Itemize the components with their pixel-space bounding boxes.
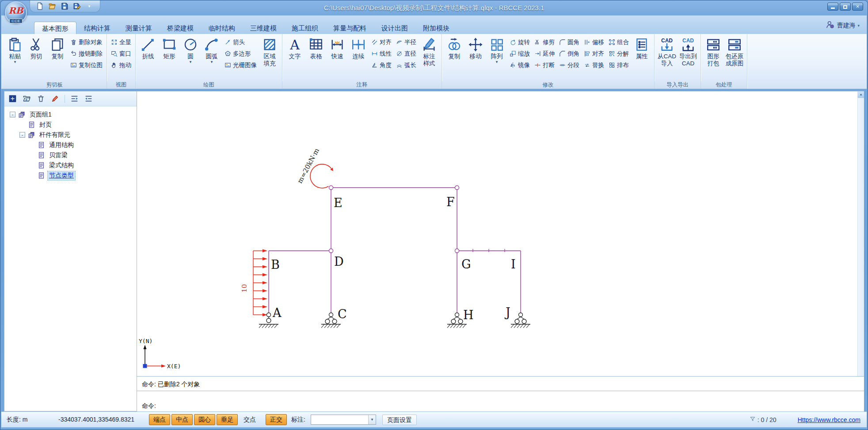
user-account[interactable]: 曹建海 ▾ xyxy=(826,20,860,30)
radius-dim-button[interactable]: 半径 xyxy=(395,37,418,48)
rename-page-button[interactable] xyxy=(50,94,60,103)
import-from-cad-button[interactable]: CAD 从CAD 导入 xyxy=(656,35,678,67)
tree-item-4[interactable]: 通用结构 xyxy=(5,140,136,150)
website-link[interactable]: Https://www.rbcce.com xyxy=(798,416,860,423)
tree-expander-icon[interactable]: - xyxy=(19,132,25,138)
tree-item-5[interactable]: 贝雷梁 xyxy=(5,150,136,160)
circle-button[interactable]: 圆▾ xyxy=(180,35,201,64)
snap-toggle-交点[interactable]: 交点 xyxy=(239,414,260,425)
circle-button-chevron-down-icon[interactable]: ▾ xyxy=(190,60,192,64)
chamfer-button[interactable]: 倒角 xyxy=(558,48,581,59)
window-zoom-button[interactable]: 窗口 xyxy=(110,48,133,59)
array-button[interactable]: 阵列▾ xyxy=(486,35,507,64)
align-dim-button[interactable]: 对齐 xyxy=(370,37,393,48)
tree-item-6[interactable]: 梁式结构 xyxy=(5,160,136,170)
rotate-button[interactable]: 旋转 xyxy=(508,37,531,48)
continuous-dim-button[interactable]: 连续 xyxy=(348,35,369,60)
snap-toggle-圆心[interactable]: 圆心 xyxy=(194,414,215,425)
dim-style-button[interactable]: 标注 样式 xyxy=(419,35,440,67)
arc-button[interactable]: 圆弧▾ xyxy=(201,35,222,64)
align-button[interactable]: 对齐 xyxy=(582,48,605,59)
unpack-restore-button[interactable]: 包还原 成原图 xyxy=(724,35,745,67)
offset-button[interactable]: 偏移 xyxy=(582,37,605,48)
delete-page-button[interactable] xyxy=(36,94,46,103)
scrollbar-up-button[interactable]: ▴ xyxy=(858,91,864,98)
fit-all-button[interactable]: 全显 xyxy=(110,37,133,48)
linear-dim-button[interactable]: 线性 xyxy=(370,48,393,59)
snap-toggle-中点[interactable]: 中点 xyxy=(171,414,193,425)
collapse-all-button[interactable] xyxy=(84,94,93,103)
tab-construction-org[interactable]: 施工组织 xyxy=(284,22,326,34)
replace-button[interactable]: 替换 xyxy=(582,60,605,71)
extend-button[interactable]: 延伸 xyxy=(533,48,556,59)
polygon-button[interactable]: 多边形 xyxy=(223,48,258,59)
tab-bridge-modeling[interactable]: 桥梁建模 xyxy=(160,22,201,34)
tree-item-3[interactable]: -杆件有限元 xyxy=(5,130,136,140)
tab-survey-calc[interactable]: 测量计算 xyxy=(118,22,160,34)
arc-length-dim-button[interactable]: 弧长 xyxy=(395,60,418,71)
tab-basic-graphics[interactable]: 基本图形 xyxy=(34,22,76,34)
save-button[interactable] xyxy=(60,2,69,11)
angle-dim-button[interactable]: 角度 xyxy=(370,60,393,71)
combo-chevron-down-icon[interactable]: ▼ xyxy=(368,415,376,424)
save-as-button[interactable] xyxy=(72,2,81,11)
paste-button[interactable]: 粘贴▾ xyxy=(4,35,26,64)
paste-button-chevron-down-icon[interactable]: ▾ xyxy=(14,60,16,64)
new-file-button[interactable] xyxy=(35,2,44,11)
quick-dim-button[interactable]: 快速 xyxy=(327,35,348,60)
arrange-button[interactable]: 排布 xyxy=(607,60,630,71)
copy-bitmap-button[interactable]: 复制位图 xyxy=(69,60,104,71)
tab-structure-calc[interactable]: 结构计算 xyxy=(76,22,118,34)
trim-button[interactable]: 修剪 xyxy=(533,37,556,48)
qat-more-button[interactable]: ▾ xyxy=(85,2,94,11)
tab-addon-modules[interactable]: 附加模块 xyxy=(415,22,457,34)
tree-item-1[interactable]: -页面组1 xyxy=(5,109,136,120)
drawing-canvas[interactable]: 10m=20kN·mABCDEFGHIJY(N)X(E) ▴ xyxy=(137,91,864,376)
undo-delete-button[interactable]: 撤销删除 xyxy=(69,48,104,59)
page-setup-button[interactable]: 页面设置 xyxy=(382,415,417,425)
table-button[interactable]: 表格 xyxy=(305,35,327,60)
arc-button-chevron-down-icon[interactable]: ▾ xyxy=(211,60,213,64)
expand-all-button[interactable] xyxy=(70,94,79,103)
arrow-button[interactable]: 箭头 xyxy=(223,37,258,48)
canvas-scrollbar[interactable]: ▴ xyxy=(857,91,864,376)
explode-button[interactable]: 分解 xyxy=(607,48,630,59)
tree-expander-icon[interactable]: - xyxy=(10,112,15,117)
break-button[interactable]: 打断 xyxy=(533,60,556,71)
copy-button[interactable]: 复制 xyxy=(47,35,68,60)
pack-graphics-button[interactable]: 图形 打包 xyxy=(703,35,724,67)
rectangle-button[interactable]: 矩形 xyxy=(159,35,180,60)
tree-item-2[interactable]: 封页 xyxy=(5,120,136,130)
dim-style-combobox[interactable]: ▼ xyxy=(311,415,376,425)
cut-button[interactable]: 剪切 xyxy=(26,35,47,60)
diameter-dim-button[interactable]: 直径 xyxy=(395,48,418,59)
export-to-cad-button[interactable]: CAD 导出到 CAD xyxy=(678,35,699,67)
tab-temp-structure[interactable]: 临时结构 xyxy=(201,22,243,34)
polyline-button[interactable]: 折线 xyxy=(137,35,159,60)
snap-toggle-垂足[interactable]: 垂足 xyxy=(217,414,238,425)
text-button[interactable]: A 文字 xyxy=(284,35,305,60)
region-fill-button[interactable]: 区域 填充 xyxy=(259,35,280,67)
delete-object-button[interactable]: 删除对象 xyxy=(69,37,104,48)
snap-toggle-端点[interactable]: 端点 xyxy=(149,414,170,425)
app-logo[interactable]: RB CCE xyxy=(5,1,27,23)
properties-button[interactable]: 属性 xyxy=(631,35,652,60)
minimize-button[interactable] xyxy=(827,3,838,11)
command-input-line[interactable]: 命令: xyxy=(137,391,864,411)
raster-image-button[interactable]: 光栅图像 xyxy=(223,60,258,71)
mirror-button[interactable]: 镜像 xyxy=(508,60,531,71)
array-button-chevron-down-icon[interactable]: ▾ xyxy=(496,60,498,64)
tab-3d-modeling[interactable]: 三维建模 xyxy=(243,22,284,34)
fillet-button[interactable]: 圆角 xyxy=(558,37,581,48)
tree-item-7[interactable]: 节点类型 xyxy=(5,170,136,181)
segment-button[interactable]: 分段 xyxy=(558,60,581,71)
tab-design-drawing[interactable]: 设计出图 xyxy=(374,22,415,34)
add-page-button[interactable] xyxy=(8,94,17,103)
maximize-button[interactable] xyxy=(840,3,851,11)
group-button[interactable]: 组合 xyxy=(607,37,630,48)
snap-toggle-正交[interactable]: 正交 xyxy=(266,414,287,425)
scale-button[interactable]: 缩放 xyxy=(508,48,531,59)
pan-button[interactable]: 拖动 xyxy=(110,60,133,71)
add-group-button[interactable] xyxy=(22,94,31,103)
modify-copy-button[interactable]: 复制 xyxy=(444,35,465,60)
